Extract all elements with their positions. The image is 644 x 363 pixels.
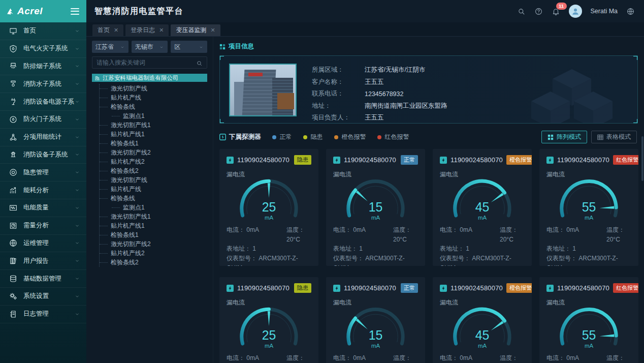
- detector-icon: [219, 134, 226, 140]
- detector-card[interactable]: 11909024580070正常漏电流15mA电流： 0mA温度： 20°C表地…: [326, 277, 425, 363]
- mode-button-grid[interactable]: 阵列模式: [541, 131, 587, 143]
- smoke-exhaust-icon: [9, 62, 18, 71]
- tree-node[interactable]: 检验条线1: [100, 230, 207, 239]
- region-select-1[interactable]: 无锡市: [132, 41, 168, 53]
- region-select-0[interactable]: 江苏省: [92, 41, 128, 53]
- tab-1[interactable]: 登录日志✕: [125, 24, 169, 36]
- legend-item[interactable]: 橙色报警: [334, 133, 366, 141]
- tree-node[interactable]: 贴片机产线1: [100, 130, 207, 139]
- sidebar-item-hazard-mgmt[interactable]: 隐患管理: [0, 164, 86, 182]
- legend-item[interactable]: 红色报警: [377, 133, 409, 141]
- search-icon[interactable]: [196, 59, 203, 66]
- sidebar-item-energy-stat[interactable]: 分项用能统计: [0, 129, 86, 146]
- tree-node[interactable]: 激光切割产线: [100, 84, 207, 93]
- tree-node[interactable]: 监测点1: [112, 111, 207, 120]
- sidebar-item-user-report[interactable]: 用户报告: [0, 252, 86, 270]
- card-header: 11909024580070红色报警: [546, 155, 631, 165]
- ops-mgmt-icon: [9, 238, 18, 248]
- detector-card[interactable]: 11909024580070隐患漏电流25mA电流： 0mA温度： 20°C表地…: [219, 277, 318, 363]
- tree-node[interactable]: 检验条线2: [100, 166, 207, 175]
- tree-node[interactable]: 贴片机产线: [100, 185, 207, 194]
- tree-connector: [100, 180, 108, 180]
- language-globe-icon[interactable]: [626, 7, 635, 16]
- tree-search-input[interactable]: [96, 59, 196, 66]
- card-header: 11909024580070正常: [333, 155, 418, 165]
- tree-node[interactable]: 贴片机产线: [100, 93, 207, 102]
- leakage-gauge: 45mA: [440, 179, 525, 224]
- tab-close-icon[interactable]: ✕: [114, 27, 118, 34]
- sidebar-item-fire-water[interactable]: 消防水子系统: [0, 75, 86, 93]
- tree-node[interactable]: 激光切割产线2: [100, 239, 207, 249]
- sidebar-item-demand-analysis[interactable]: 需量分析: [0, 217, 86, 235]
- sidebar-item-base-data[interactable]: 基础数据管理: [0, 270, 86, 288]
- tree-connector: [100, 134, 108, 135]
- svg-text:mA: mA: [265, 215, 274, 221]
- region-select-2[interactable]: 区: [171, 41, 207, 53]
- sidebar-item-energy-analysis[interactable]: 能耗分析: [0, 182, 86, 199]
- detector-card[interactable]: 11909024580070正常漏电流15mA电流： 0mA温度： 20°C表地…: [326, 149, 425, 266]
- sidebar-item-fire-power[interactable]: 消防设备电源子系统: [0, 93, 86, 111]
- detector-card[interactable]: 11909024580070橙色报警漏电流45mA电流： 0mA温度： 20°C…: [433, 277, 532, 363]
- sidebar-item-electrical-fire[interactable]: 电气火灾子系统: [0, 40, 86, 58]
- chevron-down-icon: [74, 276, 80, 282]
- field-label: 客户名称：: [312, 78, 365, 86]
- sidebar-item-power-quality[interactable]: 电能质量: [0, 199, 86, 217]
- detector-details: 电流： 0mA温度： 20°C表地址： 1仪表型号： ARCM300T-Z-GU…: [227, 225, 311, 266]
- scrollbar[interactable]: [641, 136, 643, 181]
- tree-node[interactable]: 检验条线2: [100, 258, 207, 267]
- tree-node[interactable]: 激光切割产线: [100, 175, 207, 185]
- tree-node[interactable]: 激光切割产线1: [100, 212, 207, 221]
- sidebar-item-fire-door[interactable]: 防火门子系统: [0, 111, 86, 129]
- menu-toggle-icon[interactable]: [71, 8, 79, 15]
- tree-connector: [100, 244, 108, 245]
- sidebar-item-smoke-exhaust[interactable]: 防排烟子系统: [0, 58, 86, 76]
- tree-node[interactable]: 监测点1: [112, 203, 207, 212]
- chevron-down-icon: [74, 134, 80, 140]
- tree-node[interactable]: 检验条线: [100, 102, 207, 111]
- avatar[interactable]: [569, 5, 582, 18]
- search-icon[interactable]: [517, 7, 526, 16]
- tree-node[interactable]: 激光切割产线1: [100, 120, 207, 130]
- tree-connector: [100, 198, 108, 199]
- tab-close-icon[interactable]: ✕: [159, 27, 164, 34]
- legend-item[interactable]: 正常: [272, 133, 292, 141]
- tree-node[interactable]: 贴片机产线1: [100, 221, 207, 230]
- sidebar-item-ops-mgmt[interactable]: 运维管理: [0, 235, 86, 253]
- detector-details: 电流： 0mA温度： 20°C表地址： 1仪表型号： ARCM300T-Z-GU…: [546, 225, 631, 266]
- tab-2[interactable]: 变压器监测✕: [171, 24, 220, 36]
- detector-card[interactable]: 11909024580070橙色报警漏电流45mA电流： 0mA温度： 20°C…: [433, 149, 532, 266]
- detector-status-badge: 橙色报警: [506, 283, 532, 293]
- sidebar: Acrel 首页电气火灾子系统防排烟子系统消防水子系统消防设备电源子系统防火门子…: [0, 0, 86, 363]
- meter-model: 仪表型号： ARCM300T-Z-GUIM: [546, 254, 631, 266]
- card-header: 11909024580070正常: [333, 283, 418, 293]
- brand-logo[interactable]: Acrel: [6, 6, 43, 17]
- detector-card[interactable]: 11909024580070红色报警漏电流55mA电流： 0mA温度： 20°C…: [539, 277, 638, 363]
- brand-name: Acrel: [17, 6, 43, 17]
- sidebar-item-label: 分项用能统计: [23, 133, 74, 141]
- meter-model: 仪表型号： ARCM300T-Z-GUIM: [440, 254, 525, 266]
- mode-button-table[interactable]: 表格模式: [591, 131, 637, 143]
- user-name[interactable]: Serati Ma: [591, 8, 618, 15]
- tree-root-company[interactable]: 江苏安科瑞电器制造有限公司: [92, 74, 207, 82]
- metric-label: 漏电流: [227, 170, 311, 179]
- legend-item[interactable]: 隐患: [303, 133, 323, 141]
- detector-card[interactable]: 11909024580070红色报警漏电流55mA电流： 0mA温度： 20°C…: [539, 149, 638, 266]
- sidebar-item-log-mgmt[interactable]: 日志管理: [0, 306, 86, 323]
- sidebar-item-label: 消防设备子系统: [23, 150, 74, 159]
- tree-node[interactable]: 贴片机产线2: [100, 249, 207, 258]
- help-icon[interactable]: [534, 7, 543, 16]
- tree-node[interactable]: 贴片机产线2: [100, 157, 207, 166]
- tab-close-icon[interactable]: ✕: [210, 27, 215, 34]
- sidebar-item-home[interactable]: 首页: [0, 22, 86, 40]
- tree-node[interactable]: 检验条线1: [100, 139, 207, 148]
- notifications-bell-icon[interactable]: 11: [552, 7, 560, 16]
- card-header: 11909024580070橙色报警: [440, 155, 525, 165]
- detector-id: 11909024580070: [344, 284, 397, 292]
- tab-0[interactable]: 首页✕: [92, 24, 123, 36]
- tree-node[interactable]: 检验条线: [100, 194, 207, 203]
- sidebar-item-fire-equipment[interactable]: 消防设备子系统: [0, 146, 86, 164]
- detector-card[interactable]: 11909024580070隐患漏电流25mA电流： 0mA温度： 20°C表地…: [219, 149, 318, 266]
- sidebar-item-system-settings[interactable]: 系统设置: [0, 288, 86, 306]
- tree-node[interactable]: 激光切割产线2: [100, 148, 207, 157]
- field-label: 地址：: [312, 102, 365, 110]
